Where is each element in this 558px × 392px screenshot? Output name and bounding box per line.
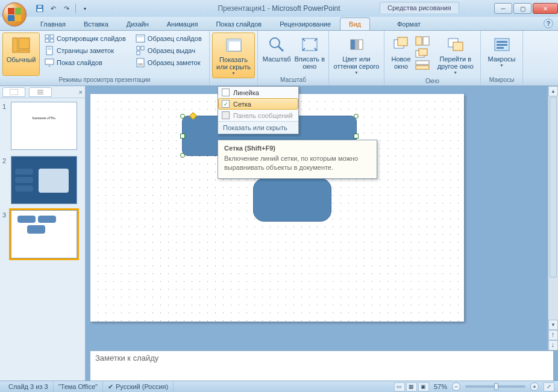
minimize-button[interactable]: ─ bbox=[494, 3, 512, 14]
tab-home[interactable]: Главная bbox=[31, 17, 75, 30]
fit-to-window-icon[interactable]: ⤢ bbox=[544, 382, 554, 391]
zoom-out-button[interactable]: − bbox=[452, 382, 460, 391]
show-hide-button[interactable]: Показать или скрыть▼ bbox=[212, 33, 255, 78]
svg-rect-5 bbox=[19, 50, 30, 52]
split-icon[interactable] bbox=[415, 60, 433, 71]
status-slide-count[interactable]: Слайд 3 из 3 bbox=[4, 381, 54, 392]
scroll-thumb[interactable] bbox=[550, 97, 557, 278]
zoom-level[interactable]: 57% bbox=[434, 383, 447, 390]
ribbon-tabs: Главная Вставка Дизайн Анимация Показ сл… bbox=[0, 17, 558, 31]
svg-rect-29 bbox=[355, 40, 359, 49]
thumbnail-close-icon[interactable]: × bbox=[79, 89, 83, 96]
group-label-zoom: Масштаб bbox=[260, 76, 326, 86]
svg-rect-41 bbox=[497, 41, 507, 43]
switch-window-button[interactable]: Перейти в другое окно▼ bbox=[433, 33, 478, 77]
thumbnail-slide-2[interactable]: 2 bbox=[2, 156, 83, 204]
dropdown-grid[interactable]: ✓Сетка bbox=[218, 98, 298, 110]
resize-handle-nw[interactable] bbox=[180, 114, 185, 119]
contextual-tools-label: Средства рисования bbox=[380, 2, 459, 13]
cascade-icon[interactable] bbox=[415, 48, 433, 59]
svg-rect-15 bbox=[137, 46, 140, 50]
show-hide-dropdown: Линейка ✓Сетка Панель сообщений Показать… bbox=[218, 86, 299, 134]
fit-window-button[interactable]: Вписать в окно bbox=[293, 33, 327, 76]
tooltip-title: Сетка (Shift+F9) bbox=[224, 145, 371, 152]
resize-handle-w[interactable] bbox=[180, 134, 185, 138]
svg-rect-9 bbox=[50, 39, 54, 42]
status-theme[interactable]: "Тема Office" bbox=[54, 381, 103, 392]
svg-rect-28 bbox=[351, 40, 355, 49]
slide-canvas-area[interactable] bbox=[86, 86, 558, 350]
prev-slide-icon[interactable]: ⭡ bbox=[548, 330, 558, 340]
tab-format[interactable]: Формат bbox=[388, 17, 430, 30]
svg-rect-31 bbox=[398, 37, 407, 46]
scroll-down-icon[interactable]: ▼ bbox=[548, 320, 558, 330]
new-window-button[interactable]: Новое окно bbox=[387, 33, 415, 77]
thumbnail-slide-3[interactable]: 3 bbox=[2, 210, 83, 258]
maximize-button[interactable]: ▢ bbox=[513, 3, 531, 14]
redo-icon[interactable]: ↷ bbox=[60, 2, 72, 14]
tab-review[interactable]: Рецензирование bbox=[271, 17, 340, 30]
svg-rect-32 bbox=[416, 37, 422, 45]
undo-icon[interactable]: ↶ bbox=[47, 2, 59, 14]
slideshow-view-icon[interactable]: ▣ bbox=[418, 382, 429, 391]
tab-slideshow[interactable]: Показ слайдов bbox=[207, 17, 271, 30]
notes-page-button[interactable]: Страницы заметок bbox=[42, 45, 128, 57]
normal-view-button[interactable]: Обычный bbox=[2, 33, 40, 76]
notes-master-button[interactable]: Образец заметок bbox=[133, 57, 204, 69]
resize-handle-sw[interactable] bbox=[180, 153, 185, 158]
spellcheck-icon: ✔ bbox=[108, 383, 113, 391]
svg-rect-36 bbox=[416, 61, 429, 64]
svg-rect-6 bbox=[45, 35, 49, 38]
sorter-view-icon[interactable]: ▦ bbox=[406, 382, 417, 391]
zoom-slider-knob[interactable] bbox=[494, 383, 498, 390]
svg-rect-1 bbox=[37, 9, 42, 11]
next-slide-icon[interactable]: ⭣ bbox=[548, 340, 558, 350]
group-label-views: Режимы просмотра презентации bbox=[2, 76, 207, 86]
normal-view-icon[interactable]: ▭ bbox=[394, 382, 405, 391]
status-language[interactable]: ✔ Русский (Россия) bbox=[103, 381, 174, 392]
svg-rect-4 bbox=[19, 38, 30, 49]
tab-design[interactable]: Дизайн bbox=[118, 17, 158, 30]
svg-rect-23 bbox=[227, 39, 229, 51]
zoom-slider[interactable] bbox=[465, 385, 525, 388]
grid-tooltip: Сетка (Shift+F9) Включение линий сетки, … bbox=[218, 140, 377, 179]
resize-handle-ne[interactable] bbox=[354, 114, 359, 119]
resize-handle-e[interactable] bbox=[354, 134, 359, 138]
thumbnail-slide-1[interactable]: 1 Компания «РТК» bbox=[2, 102, 83, 150]
status-bar: Слайд 3 из 3 "Тема Office" ✔ Русский (Ро… bbox=[0, 381, 558, 392]
outline-tab[interactable] bbox=[29, 87, 52, 97]
svg-rect-13 bbox=[136, 35, 145, 42]
save-icon[interactable] bbox=[34, 2, 46, 14]
tab-view[interactable]: Вид bbox=[340, 17, 370, 30]
ribbon: Обычный Сортировщик слайдов Страницы зам… bbox=[0, 31, 558, 86]
svg-rect-12 bbox=[45, 59, 54, 64]
handout-master-button[interactable]: Образец выдач bbox=[133, 45, 204, 57]
office-button[interactable] bbox=[2, 2, 27, 26]
tab-insert[interactable]: Вставка bbox=[75, 17, 118, 30]
slides-tab[interactable] bbox=[2, 87, 25, 97]
tab-animation[interactable]: Анимация bbox=[158, 17, 207, 30]
close-button[interactable]: ✕ bbox=[533, 3, 558, 14]
help-button[interactable]: ? bbox=[544, 19, 553, 28]
window-title: Презентация1 - Microsoft PowerPoint bbox=[218, 4, 340, 13]
arrange-icon[interactable] bbox=[415, 36, 433, 47]
group-label-macros: Макросы bbox=[483, 76, 520, 86]
scroll-up-icon[interactable]: ▲ bbox=[548, 86, 558, 96]
rounded-rect-shape[interactable] bbox=[253, 178, 331, 222]
slide-sorter-button[interactable]: Сортировщик слайдов bbox=[42, 33, 128, 45]
macros-button[interactable]: Макросы▼ bbox=[484, 33, 520, 76]
zoom-in-button[interactable]: + bbox=[530, 382, 539, 391]
notes-pane[interactable]: Заметки к слайду bbox=[90, 350, 553, 381]
dropdown-ruler[interactable]: Линейка bbox=[218, 87, 298, 98]
vertical-scrollbar[interactable]: ▲ ▼ ⭡ ⭣ bbox=[548, 86, 558, 350]
color-grayscale-button[interactable]: Цвет или оттенки серого▼ bbox=[331, 33, 381, 77]
qat-customize-icon[interactable]: ▼ bbox=[79, 2, 91, 14]
adjust-handle[interactable] bbox=[189, 112, 197, 120]
dropdown-footer: Показать или скрыть bbox=[218, 121, 298, 134]
svg-rect-43 bbox=[497, 47, 504, 49]
svg-rect-44 bbox=[10, 89, 18, 95]
slideshow-button[interactable]: Показ слайдов bbox=[42, 57, 128, 69]
slide-master-button[interactable]: Образец слайдов bbox=[133, 33, 204, 45]
thumbnail-panel: × 1 Компания «РТК» 2 3 bbox=[0, 86, 86, 381]
zoom-button[interactable]: Масштаб bbox=[260, 33, 293, 76]
